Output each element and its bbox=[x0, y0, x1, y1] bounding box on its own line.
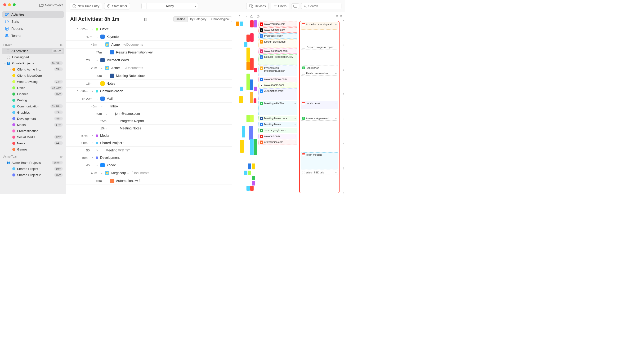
date-label[interactable]: Today bbox=[147, 3, 193, 9]
calendar-event[interactable]: ✆Bob Bishop+ bbox=[301, 65, 338, 70]
timeline-block[interactable] bbox=[250, 115, 254, 122]
add-icon[interactable]: + bbox=[294, 141, 296, 143]
timeline-block[interactable] bbox=[252, 163, 255, 169]
timeline-event[interactable]: ●www.nytimes.com+ bbox=[258, 27, 298, 33]
project-row[interactable]: Social Media12m bbox=[2, 134, 64, 140]
timeline-event[interactable]: ●Design Doc.pages+ bbox=[258, 39, 298, 48]
timeline-block[interactable] bbox=[248, 163, 251, 169]
activity-row[interactable]: 47m⌄Keynote bbox=[66, 33, 232, 41]
shared-project-2-row[interactable]: Shared Project 2 15m bbox=[2, 172, 64, 178]
search-input[interactable] bbox=[308, 4, 339, 8]
timeline-block[interactable] bbox=[246, 62, 250, 70]
project-row[interactable]: >Client: Acme Inc.35m bbox=[2, 66, 64, 72]
add-icon[interactable]: + bbox=[335, 102, 337, 105]
timeline-block[interactable] bbox=[244, 42, 248, 47]
project-row[interactable]: Client: MegaCorp bbox=[2, 72, 64, 78]
add-acme-button[interactable]: ⊕ bbox=[60, 155, 63, 159]
close-window[interactable] bbox=[3, 3, 6, 6]
seg-by-category[interactable]: By Category bbox=[188, 16, 209, 22]
disclosure-icon[interactable]: ⌄ bbox=[95, 59, 100, 61]
timeline-event[interactable]: ●Presentation Infographic.sketch+ bbox=[258, 65, 298, 76]
new-time-entry-button[interactable]: New Time Entry bbox=[70, 3, 102, 9]
add-private-button[interactable]: ⊕ bbox=[60, 43, 63, 47]
calendar-event[interactable]: Lunch break+ bbox=[301, 101, 338, 109]
project-row[interactable]: News24m bbox=[2, 140, 64, 146]
add-icon[interactable]: + bbox=[294, 123, 296, 126]
add-icon[interactable]: + bbox=[335, 23, 337, 26]
unassigned-row[interactable]: ◯ Unassigned bbox=[2, 54, 64, 60]
timeline-event[interactable]: ●Progress Report+ bbox=[258, 33, 298, 38]
activity-row[interactable]: 50m>Meeting with Tim bbox=[66, 147, 232, 154]
activity-row[interactable]: 50m>Shared Project 1 bbox=[66, 139, 232, 147]
shared-project-1-row[interactable]: Shared Project 1 50m bbox=[2, 166, 64, 172]
timeline-block[interactable] bbox=[254, 68, 257, 72]
activity-row[interactable]: 15mMeeting Notes bbox=[66, 125, 232, 132]
project-row[interactable]: Media57m bbox=[2, 122, 64, 128]
disclosure-icon[interactable]: ⌄ bbox=[90, 28, 95, 30]
view-mode-icon[interactable]: ◧ bbox=[144, 17, 147, 21]
tab-laptop-icon[interactable]: ▭ bbox=[244, 14, 247, 18]
disclosure-icon[interactable]: ⌄ bbox=[95, 97, 100, 100]
timeline-block[interactable] bbox=[252, 176, 255, 180]
add-icon[interactable]: + bbox=[294, 83, 296, 86]
timeline-block[interactable] bbox=[250, 58, 254, 70]
timeline-event[interactable]: ●Results Presentation.key+ bbox=[258, 54, 298, 65]
timeline-block[interactable] bbox=[240, 21, 243, 26]
activity-row[interactable]: 20m⌄📁Acme – ~/Documents bbox=[66, 64, 232, 72]
zoom-out-icon[interactable]: ⊖ bbox=[340, 14, 342, 18]
calendar-event[interactable]: Prepare progress report+ bbox=[301, 45, 338, 49]
prev-day-button[interactable]: ‹ bbox=[141, 3, 146, 9]
timeline-block[interactable] bbox=[246, 74, 250, 90]
project-row[interactable]: Finance15m bbox=[2, 91, 64, 97]
all-activities-row[interactable]: ☰ All Activities 8h 1m bbox=[2, 48, 64, 54]
timeline-block[interactable] bbox=[246, 115, 250, 122]
add-icon[interactable]: + bbox=[294, 40, 296, 43]
activity-row[interactable]: 45m⌄📁Megacorp – ~/Documents bbox=[66, 169, 232, 177]
timeline-event[interactable]: ●Meeting with Tim+ bbox=[258, 101, 298, 115]
timeline-block[interactable] bbox=[250, 79, 253, 90]
disclosure-icon[interactable]: ⌄ bbox=[100, 43, 104, 46]
disclosure-icon[interactable]: > bbox=[90, 156, 95, 159]
timeline-block[interactable] bbox=[239, 96, 243, 103]
activity-row[interactable]: 25mProgress Report bbox=[66, 117, 232, 125]
timeline-event[interactable]: ●www.facebook.com+ bbox=[258, 77, 298, 82]
calendar-event[interactable]: Acme Inc. standup call+ bbox=[301, 22, 338, 29]
timeline-block[interactable] bbox=[246, 34, 250, 42]
timeline-block[interactable] bbox=[248, 171, 251, 175]
tab-phone-icon[interactable]: ▯ bbox=[238, 14, 240, 18]
timeline-block[interactable] bbox=[250, 139, 254, 155]
next-day-button[interactable]: › bbox=[193, 3, 198, 9]
activity-row[interactable]: 57m>Media bbox=[66, 132, 232, 139]
timeline-block[interactable] bbox=[250, 33, 254, 42]
timeline-event[interactable]: ●www.instagram.com+ bbox=[258, 48, 298, 54]
tab-folder-icon[interactable]: 🗀 bbox=[250, 14, 253, 18]
timeline-block[interactable] bbox=[246, 47, 250, 62]
new-project-button[interactable]: New Project bbox=[39, 3, 63, 7]
disclosure-icon[interactable]: > bbox=[95, 149, 100, 152]
nav-activities[interactable]: Activities bbox=[2, 11, 64, 18]
timeline-block[interactable] bbox=[254, 98, 256, 103]
acme-projects-row[interactable]: ⌄ 👥 Acme Team Projects 1h 5m bbox=[2, 159, 64, 166]
add-icon[interactable]: + bbox=[335, 66, 337, 69]
activity-row[interactable]: 45m>Development bbox=[66, 154, 232, 161]
minimize-window[interactable] bbox=[8, 3, 11, 6]
nav-reports[interactable]: Reports bbox=[2, 25, 64, 32]
seg-unified[interactable]: Unified bbox=[174, 16, 188, 22]
timeline-event[interactable]: ●arstechnica.com+ bbox=[258, 140, 298, 145]
disclosure-icon[interactable]: ⌄ bbox=[95, 164, 100, 167]
add-icon[interactable]: + bbox=[294, 28, 296, 31]
disclosure-icon[interactable]: ⌄ bbox=[95, 35, 100, 38]
add-icon[interactable]: + bbox=[294, 89, 296, 92]
activity-row[interactable]: 1h 22m⌄Office bbox=[66, 25, 232, 33]
activity-row[interactable]: 45m⌄Xcode bbox=[66, 161, 232, 169]
filters-button[interactable]: Filters bbox=[270, 3, 289, 9]
private-projects-row[interactable]: ⌄ 👥 Private Projects 6h 56m bbox=[2, 60, 64, 66]
disclosure-icon[interactable]: ⌄ bbox=[104, 112, 109, 115]
project-row[interactable]: Development45m bbox=[2, 115, 64, 122]
add-icon[interactable]: + bbox=[294, 129, 296, 132]
timeline-block[interactable] bbox=[249, 126, 253, 140]
tab-clock-icon[interactable]: ◷ bbox=[257, 14, 260, 18]
add-icon[interactable]: + bbox=[294, 135, 296, 137]
add-icon[interactable]: + bbox=[335, 72, 337, 75]
timeline-block[interactable] bbox=[242, 126, 245, 137]
